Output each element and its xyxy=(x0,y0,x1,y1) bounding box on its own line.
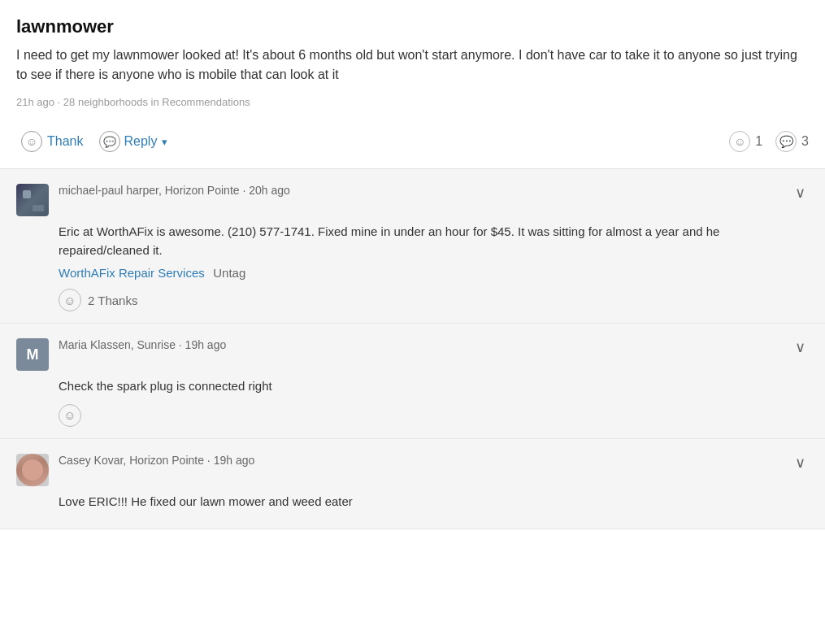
reply-button[interactable]: 💬 Reply ▾ xyxy=(94,128,172,155)
comment-2-text: Check the spark plug is connected right xyxy=(59,377,809,396)
comments-section: michael-paul harper, Horizon Pointe · 20… xyxy=(0,169,825,529)
comment-1: michael-paul harper, Horizon Pointe · 20… xyxy=(0,169,825,324)
post-actions: ☺ Thank 💬 Reply ▾ ☺ 1 💬 3 xyxy=(16,121,809,168)
avatar-michael xyxy=(16,184,49,216)
comment-2-body: Check the spark plug is connected right … xyxy=(59,377,809,427)
comment-3-body: Love ERIC!!! He fixed our lawn mower and… xyxy=(59,493,809,511)
avatar-michael-image xyxy=(16,184,49,216)
comment-2-author: Maria Klassen, Sunrise · 19h ago xyxy=(59,338,226,351)
comment-1-link-line: WorthAFix Repair Services Untag xyxy=(59,266,809,281)
comment-1-header-left: michael-paul harper, Horizon Pointe · 20… xyxy=(16,184,290,216)
post-body: I need to get my lawnmower looked at! It… xyxy=(16,46,809,85)
worthafix-link[interactable]: WorthAFix Repair Services xyxy=(59,266,205,280)
reaction-count: ☺ 1 xyxy=(729,131,762,152)
chevron-down-icon: ▾ xyxy=(162,136,167,148)
avatar-casey-image xyxy=(16,454,49,486)
comment-1-body: Eric at WorthAFix is awesome. (210) 577-… xyxy=(59,223,809,311)
reaction-smiley-icon: ☺ xyxy=(729,131,750,152)
comment-2-thanks: ☺ xyxy=(59,404,809,427)
comment-count-value: 3 xyxy=(801,134,809,149)
reaction-count-value: 1 xyxy=(755,134,762,149)
comment-2-header-left: M Maria Klassen, Sunrise · 19h ago xyxy=(16,338,226,371)
post-title: lawnmower xyxy=(16,16,809,37)
comment-1-text: Eric at WorthAFix is awesome. (210) 577-… xyxy=(59,223,809,259)
thank-label: Thank xyxy=(47,134,83,149)
comment-1-thanks: ☺ 2 Thanks xyxy=(59,289,809,311)
smiley-icon: ☺ xyxy=(21,131,42,152)
comment-2-expand-button[interactable]: ∨ xyxy=(792,338,809,356)
avatar-maria: M xyxy=(16,338,49,371)
comment-1-author: michael-paul harper, Horizon Pointe · 20… xyxy=(59,184,290,197)
comment-3-header-left: Casey Kovar, Horizon Pointe · 19h ago xyxy=(16,454,254,486)
thanks-count: 2 Thanks xyxy=(88,294,137,307)
comment-3-header: Casey Kovar, Horizon Pointe · 19h ago ∨ xyxy=(16,454,809,486)
post-meta: 21h ago · 28 neighborhoods in Recommenda… xyxy=(16,96,809,108)
comment-icon: 💬 xyxy=(775,131,797,152)
comment-3-expand-button[interactable]: ∨ xyxy=(792,454,809,472)
post-actions-left: ☺ Thank 💬 Reply ▾ xyxy=(16,128,172,155)
thank-button[interactable]: ☺ Thank xyxy=(16,128,88,155)
untag-label: Untag xyxy=(213,266,245,280)
thanks-icon: ☺ xyxy=(59,289,81,311)
post-container: lawnmower I need to get my lawnmower loo… xyxy=(0,0,825,169)
comment-1-expand-button[interactable]: ∨ xyxy=(792,184,809,202)
comment-count: 💬 3 xyxy=(775,131,809,152)
comment-3: Casey Kovar, Horizon Pointe · 19h ago ∨ … xyxy=(0,439,825,530)
comment-2-header: M Maria Klassen, Sunrise · 19h ago ∨ xyxy=(16,338,809,371)
comment-2: M Maria Klassen, Sunrise · 19h ago ∨ Che… xyxy=(0,324,825,439)
avatar-casey xyxy=(16,454,49,486)
post-actions-right: ☺ 1 💬 3 xyxy=(729,131,809,152)
comment-1-header: michael-paul harper, Horizon Pointe · 20… xyxy=(16,184,809,216)
thanks-icon-2: ☺ xyxy=(59,404,81,427)
comment-3-text: Love ERIC!!! He fixed our lawn mower and… xyxy=(59,493,809,511)
reply-icon: 💬 xyxy=(99,131,120,152)
reply-label: Reply xyxy=(124,134,157,149)
comment-3-author: Casey Kovar, Horizon Pointe · 19h ago xyxy=(59,454,254,467)
casey-face xyxy=(22,459,43,481)
